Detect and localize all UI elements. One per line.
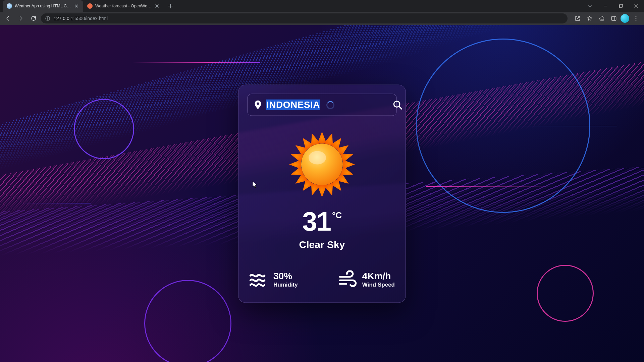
tab-search-icon[interactable] xyxy=(582,0,598,12)
close-window-button[interactable] xyxy=(629,0,644,12)
sun-icon xyxy=(288,131,356,198)
new-tab-button[interactable] xyxy=(166,1,175,11)
url-path: :5500/index.html xyxy=(73,16,108,21)
temperature: 31 °C xyxy=(247,208,397,235)
humidity-stat: 30% Humidity xyxy=(249,270,298,289)
maximize-button[interactable] xyxy=(613,0,629,12)
search-bar xyxy=(247,94,397,116)
svg-rect-4 xyxy=(611,16,616,20)
url-host: 127.0.0.1 xyxy=(54,16,73,21)
decorative-line xyxy=(132,62,260,63)
decorative-line xyxy=(476,126,617,126)
forward-button[interactable] xyxy=(15,13,26,24)
humidity-value: 30% xyxy=(273,271,298,282)
globe-icon xyxy=(7,3,12,9)
tab-label: Weather App using HTML CSS a xyxy=(15,4,71,8)
profile-avatar[interactable] xyxy=(621,14,629,23)
svg-point-5 xyxy=(636,16,637,17)
weather-icon-wrap xyxy=(247,131,397,198)
search-icon xyxy=(392,100,402,110)
stats-row: 30% Humidity 4Km/h Wind Speed xyxy=(247,270,397,289)
toolbar-actions xyxy=(572,13,641,24)
url-text: 127.0.0.1:5500/index.html xyxy=(54,16,108,21)
tab-weather-app[interactable]: Weather App using HTML CSS a xyxy=(3,0,83,12)
decorative-ring xyxy=(144,280,231,362)
decorative-line xyxy=(17,203,91,203)
decorative-ring xyxy=(537,265,594,322)
bookmark-star-icon[interactable] xyxy=(584,13,595,24)
wind-text: 4Km/h Wind Speed xyxy=(362,271,395,288)
wind-label: Wind Speed xyxy=(362,281,395,288)
kebab-menu-icon[interactable] xyxy=(631,13,641,24)
sidepanel-icon[interactable] xyxy=(608,13,619,24)
decorative-ring xyxy=(74,99,134,159)
svg-point-10 xyxy=(309,151,326,164)
svg-point-7 xyxy=(636,20,637,21)
toolbar: 127.0.0.1:5500/index.html xyxy=(0,12,644,25)
weather-description: Clear Sky xyxy=(247,239,397,250)
back-button[interactable] xyxy=(3,13,13,24)
temperature-unit: °C xyxy=(332,210,342,220)
address-bar[interactable]: 127.0.0.1:5500/index.html xyxy=(41,13,568,23)
reload-button[interactable] xyxy=(28,13,39,24)
share-icon[interactable] xyxy=(572,13,583,24)
humidity-waves-icon xyxy=(249,270,268,289)
location-pin-icon xyxy=(254,100,262,109)
extensions-icon[interactable] xyxy=(596,13,607,24)
svg-point-6 xyxy=(636,18,637,19)
wind-stat: 4Km/h Wind Speed xyxy=(338,270,395,289)
openweather-icon xyxy=(87,3,93,9)
tab-openweather[interactable]: Weather forecast - OpenWeathe xyxy=(83,0,164,12)
window-controls xyxy=(582,0,644,12)
loading-spinner-icon xyxy=(326,101,334,109)
svg-point-3 xyxy=(47,17,48,18)
search-button[interactable] xyxy=(392,99,402,110)
tab-label: Weather forecast - OpenWeathe xyxy=(95,4,152,8)
humidity-label: Humidity xyxy=(273,281,298,288)
tab-strip: Weather App using HTML CSS a Weather for… xyxy=(3,0,164,12)
wind-value: 4Km/h xyxy=(362,271,395,282)
browser-window: Weather App using HTML CSS a Weather for… xyxy=(0,0,644,362)
close-tab-icon[interactable] xyxy=(154,3,160,9)
wind-icon xyxy=(338,270,357,289)
site-info-icon[interactable] xyxy=(45,16,50,21)
close-tab-icon[interactable] xyxy=(74,3,79,9)
titlebar: Weather App using HTML CSS a Weather for… xyxy=(0,0,644,12)
weather-card: 31 °C Clear Sky 30% Humidity xyxy=(238,84,406,303)
temperature-value: 31 xyxy=(302,208,331,235)
page-viewport: 31 °C Clear Sky 30% Humidity xyxy=(0,25,644,362)
svg-point-9 xyxy=(301,143,343,185)
decorative-line xyxy=(426,186,553,187)
minimize-button[interactable] xyxy=(598,0,613,12)
humidity-text: 30% Humidity xyxy=(273,271,298,288)
